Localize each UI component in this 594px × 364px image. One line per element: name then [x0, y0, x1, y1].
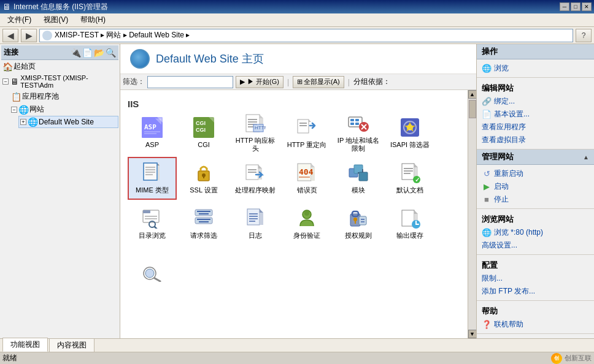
icon-auth[interactable]: 身份验证 — [282, 202, 331, 245]
operations-title: 操作 — [482, 46, 498, 57]
tree-item-server[interactable]: − 🖥 XMISP-TEST (XMISP-TEST\Adm — [1, 73, 118, 90]
filter-label: 筛选： — [123, 77, 145, 87]
forward-button[interactable]: ▶ — [21, 29, 37, 42]
dir-browsing-icon-img — [141, 207, 163, 229]
svg-rect-80 — [247, 209, 260, 225]
asp-label: ASP — [145, 141, 159, 149]
expand-server[interactable]: − — [2, 78, 9, 85]
close-button[interactable]: ✕ — [582, 2, 592, 11]
tree-item-apppool[interactable]: 📋 应用程序池 — [10, 90, 118, 103]
mime-shape — [142, 162, 163, 183]
view-vdir-link[interactable]: 查看虚拟目录 — [482, 134, 589, 146]
minimize-button[interactable]: ─ — [560, 2, 569, 11]
expand-sites[interactable]: − — [11, 107, 17, 113]
svg-rect-44 — [203, 176, 204, 178]
filter-showall-button[interactable]: ⊞ 全部显示(A) — [293, 76, 344, 88]
icon-error[interactable]: 404 错误页 — [282, 157, 331, 200]
icon-dir-browsing[interactable]: 目录浏览 — [128, 202, 177, 245]
iis-section-label: IIS — [128, 99, 460, 109]
icon-default-doc[interactable]: ✓ 默认文档 — [385, 157, 434, 200]
left-btn-4[interactable]: 🔍 — [106, 48, 116, 58]
svg-rect-57 — [359, 172, 368, 181]
browse-link[interactable]: 🌐 浏览 — [482, 62, 589, 75]
svg-rect-77 — [195, 218, 212, 224]
stop-icon: ■ — [482, 195, 492, 205]
icon-mime[interactable]: MIME 类型 — [128, 157, 177, 200]
manage-site-section: ↺ 重新启动 ▶ 启动 ■ 停止 — [477, 165, 594, 209]
icon-ssl[interactable]: SSL 设置 — [179, 157, 228, 200]
icon-authz[interactable]: 授权规则 — [334, 202, 383, 245]
request-filter-shape — [193, 208, 214, 229]
browse-port-link[interactable]: 🌐 浏览 *:80 (http) — [482, 226, 589, 239]
auth-label: 身份验证 — [293, 232, 320, 240]
start-link[interactable]: ▶ 启动 — [482, 180, 589, 193]
icon-modules[interactable]: 模块 — [334, 157, 383, 200]
content-title: Default Web Site 主页 — [156, 51, 264, 66]
filter-input[interactable] — [147, 76, 233, 88]
cgi-shape: CGI CGI — [193, 117, 214, 138]
icon-logging[interactable]: 日志 — [231, 202, 280, 245]
play-icon: ▶ — [240, 78, 245, 86]
address-path: XMISP-TEST ▸ 网站 ▸ Default Web Site ▸ — [55, 30, 190, 40]
basic-settings-link[interactable]: 📄 基本设置... — [482, 108, 589, 121]
svg-line-73 — [155, 227, 157, 229]
tree-item-home[interactable]: 🏠 起始页 — [1, 60, 118, 73]
svg-text:ASP: ASP — [144, 123, 156, 131]
left-btn-1[interactable]: 🔌 — [71, 48, 81, 58]
address-box: XMISP-TEST ▸ 网站 ▸ Default Web Site ▸ — [39, 29, 573, 42]
output-cache-icon-img — [399, 207, 421, 229]
icon-http-redirect[interactable]: HTTP 重定向 — [282, 112, 331, 154]
view-app-link[interactable]: 查看应用程序 — [482, 121, 589, 134]
scrollbar[interactable]: ▲ ▼ — [468, 90, 476, 338]
icon-search2[interactable] — [128, 250, 177, 293]
menu-help[interactable]: 帮助(H) — [75, 13, 110, 26]
scroll-thumb[interactable] — [469, 100, 476, 118]
online-help-link[interactable]: ❓ 联机帮助 — [482, 318, 589, 331]
bind-link[interactable]: 🔗 绑定... — [482, 95, 589, 108]
maximize-button[interactable]: □ — [571, 2, 580, 11]
icon-cgi[interactable]: CGI CGI CGI — [179, 112, 228, 154]
svg-marker-46 — [258, 165, 262, 169]
title-bar-left: 🖥 Internet 信息服务 (IIS)管理器 — [2, 2, 108, 12]
icon-asp[interactable]: ASP ASP — [128, 112, 177, 154]
modules-label: 模块 — [352, 186, 365, 194]
default-doc-icon-img: ✓ — [399, 162, 421, 184]
left-btn-3[interactable]: 📂 — [94, 48, 104, 58]
browse-site-title: 浏览网站 — [482, 211, 589, 226]
restart-link[interactable]: ↺ 重新启动 — [482, 167, 589, 180]
menu-view[interactable]: 视图(V) — [39, 13, 73, 26]
stop-link[interactable]: ■ 停止 — [482, 193, 589, 206]
left-btn-2[interactable]: 📄 — [82, 48, 93, 58]
logging-shape — [245, 208, 266, 229]
browse-icon: 🌐 — [482, 64, 492, 74]
filter-start-button[interactable]: ▶ ▶ 开始(G) — [236, 76, 284, 88]
tree-item-sites[interactable]: − 🌐 网站 — [10, 103, 118, 116]
icon-ip-restrict[interactable]: IP 地址和域名限制 — [334, 112, 383, 154]
icon-request-filter[interactable]: 请求筛选 — [179, 202, 228, 245]
advanced-link[interactable]: 高级设置... — [482, 239, 589, 252]
icon-http-headers[interactable]: HTTP HTTP 响应标头 — [231, 112, 280, 154]
icon-handler[interactable]: 处理程序映射 — [231, 157, 280, 200]
tree-item-default-site[interactable]: + 🌐 Default Web Site — [18, 116, 118, 128]
svg-rect-25 — [350, 123, 354, 125]
collapse-manage-button[interactable]: ▲ — [583, 154, 589, 161]
svg-rect-34 — [144, 163, 157, 180]
http-headers-label: HTTP 响应标头 — [234, 137, 277, 153]
asp-icon-img: ASP — [141, 116, 163, 138]
icon-output-cache[interactable]: 输出缓存 — [385, 202, 434, 245]
address-bar: ◀ ▶ XMISP-TEST ▸ 网站 ▸ Default Web Site ▸… — [0, 27, 594, 44]
output-cache-shape — [399, 208, 420, 229]
request-filter-label: 请求筛选 — [190, 232, 217, 240]
limit-link[interactable]: 限制... — [482, 272, 589, 285]
help-nav-button[interactable]: ? — [576, 29, 592, 42]
expand-default-site[interactable]: + — [20, 119, 26, 125]
tab-feature-view[interactable]: 功能视图 — [2, 338, 48, 352]
bottom-tabs: 功能视图 内容视图 — [0, 338, 594, 352]
icon-isapi[interactable]: ISAPI 筛选器 — [385, 112, 434, 154]
browse-port-icon: 🌐 — [482, 228, 492, 238]
tab-content-view[interactable]: 内容视图 — [49, 338, 94, 352]
icons-section: IIS ASP — [120, 90, 468, 338]
add-ftp-link[interactable]: 添加 FTP 发布... — [482, 285, 589, 298]
menu-file[interactable]: 文件(F) — [2, 13, 36, 26]
back-button[interactable]: ◀ — [2, 29, 18, 42]
